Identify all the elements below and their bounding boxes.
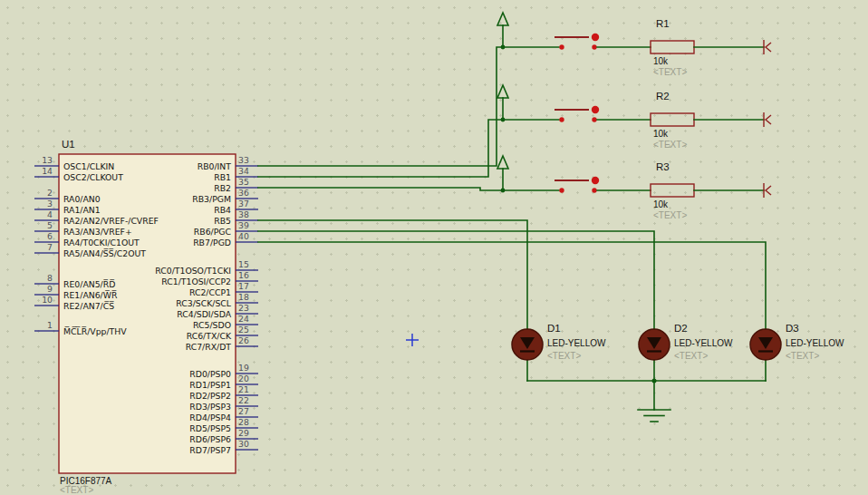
pin-name: RB5 — [214, 216, 231, 226]
pin-name: RA0/AN0 — [63, 194, 101, 204]
led-value-label: LED-YELLOW — [547, 338, 606, 348]
pin-name: RD6/PSP6 — [189, 434, 231, 444]
push-button-1[interactable] — [555, 34, 599, 50]
pin-name: RA3/AN3/VREF+ — [63, 227, 132, 237]
pin-number: 4 — [47, 209, 53, 219]
pin-name: RD4/PSP4 — [189, 412, 231, 422]
wire-rb7-to-led3[interactable] — [258, 242, 766, 329]
pin-name: RC7/RX/DT — [186, 342, 232, 352]
resistor-ref-label: R1 — [656, 18, 670, 29]
pin-number: 25 — [238, 325, 249, 335]
button-contact-icon — [592, 117, 596, 121]
pin-number: 6 — [47, 231, 53, 241]
pin-name: RA5/AN4/S̅S̅/C2OUT — [63, 248, 146, 258]
wire-rb0-to-switch1[interactable] — [258, 47, 559, 166]
right-terminal-icon[interactable] — [764, 40, 771, 54]
button-contact-icon — [559, 117, 564, 121]
push-button-2[interactable] — [555, 106, 599, 122]
resistor-value-label: 10k — [653, 129, 669, 139]
pin-number: 28 — [238, 417, 249, 427]
pin-name: RA1/AN1 — [63, 205, 101, 215]
pin-name: RC4/SDI/SDA — [177, 309, 231, 319]
junction-dot — [501, 189, 506, 193]
pin-number: 16 — [238, 270, 249, 280]
pin-name: RC1/T1OSI/CCP2 — [161, 277, 231, 286]
pin-number: 2 — [47, 188, 53, 198]
power-terminal-icon[interactable] — [497, 85, 508, 120]
button-contact-icon — [559, 188, 564, 192]
pin-number: 24 — [238, 314, 249, 324]
pin-name: RB4 — [214, 205, 231, 215]
pin-number: 22 — [238, 395, 249, 405]
pin-number: 1 — [47, 320, 53, 330]
pin-name: RE2/AN7/C̅S̅ — [63, 301, 115, 311]
pin-name: RC3/SCK/SCL — [176, 298, 232, 308]
pin-number: 33 — [238, 155, 249, 165]
resistor-text-placeholder: <TEXT> — [653, 67, 687, 77]
pin-name: RD0/PSP0 — [189, 369, 231, 379]
pin-number: 3 — [47, 199, 53, 209]
pin-number: 21 — [238, 384, 249, 394]
ground-icon[interactable] — [638, 381, 670, 422]
power-terminal-icon[interactable] — [497, 13, 508, 47]
resistor-r2[interactable] — [651, 113, 694, 126]
led-text-placeholder: <TEXT> — [786, 351, 819, 361]
pin-number: 15 — [238, 259, 249, 269]
origin-marker-icon — [406, 334, 419, 346]
resistor-r3[interactable] — [651, 184, 694, 197]
pin-name: RD1/PSP1 — [189, 380, 231, 390]
push-button-3[interactable] — [555, 177, 599, 193]
pin-number: 13 — [42, 155, 53, 165]
pin-name: RB6/PGC — [194, 227, 231, 237]
resistor-r1[interactable] — [651, 41, 694, 53]
resistor-body — [651, 184, 694, 197]
pin-name: RD3/PSP3 — [189, 402, 231, 412]
power-terminal-icon[interactable] — [497, 156, 508, 190]
pin-name: RB2 — [214, 183, 231, 193]
pin-number: 9 — [47, 284, 53, 294]
led-value-label: LED-YELLOW — [674, 338, 733, 348]
right-terminal-icon[interactable] — [764, 112, 771, 127]
pin-name: RB1 — [214, 172, 231, 182]
pin-name: RC5/SDO — [193, 320, 231, 330]
led-ref-label: D2 — [674, 323, 688, 334]
pin-number: 35 — [238, 177, 249, 187]
wire-rb6-to-led2[interactable] — [258, 231, 654, 329]
led-ref-label: D3 — [786, 323, 799, 334]
right-terminal-icon[interactable] — [764, 183, 771, 198]
pin-number: 19 — [238, 363, 249, 373]
button-actuator-icon — [592, 177, 599, 184]
led-ref-label: D1 — [547, 323, 561, 334]
pin-name: RB3/PGM — [192, 194, 231, 204]
pin-number: 38 — [238, 209, 249, 219]
pin-name: RB7/PGD — [193, 238, 231, 248]
resistor-ref-label: R3 — [656, 161, 670, 172]
led-d1[interactable] — [512, 329, 543, 360]
resistor-body — [651, 41, 694, 53]
led-text-placeholder: <TEXT> — [674, 351, 708, 361]
led-d3[interactable] — [750, 329, 781, 360]
junction-dot — [501, 45, 506, 50]
wire-rb2-to-switch3[interactable] — [258, 188, 559, 190]
button-contact-icon — [559, 44, 564, 49]
wire-rb5-to-led1[interactable] — [258, 220, 527, 329]
pin-name: RC6/TX/CK — [187, 331, 232, 341]
junction-dot — [501, 118, 506, 122]
led-d2[interactable] — [639, 329, 670, 360]
pin-number: 37 — [238, 199, 249, 209]
pin-name: RB0/INT — [198, 161, 232, 171]
pin-number: 20 — [238, 374, 249, 383]
pin-number: 39 — [238, 220, 249, 230]
pin-name: RA2/AN2/VREF-/CVREF — [63, 216, 159, 226]
resistor-body — [651, 113, 694, 126]
button-actuator-icon — [592, 34, 599, 41]
resistor-value-label: 10k — [653, 199, 669, 209]
wire-rb1-to-switch2[interactable] — [258, 120, 559, 177]
pin-name: M̅C̅L̅R̅/Vpp/THV — [63, 326, 127, 336]
resistor-ref-label: R2 — [656, 91, 670, 102]
pin-name: RE0/AN5/R̅D̅ — [63, 279, 115, 289]
pin-number: 17 — [238, 281, 249, 291]
resistor-text-placeholder: <TEXT> — [653, 140, 687, 150]
led-text-placeholder: <TEXT> — [547, 351, 581, 361]
pin-number: 29 — [238, 428, 249, 438]
